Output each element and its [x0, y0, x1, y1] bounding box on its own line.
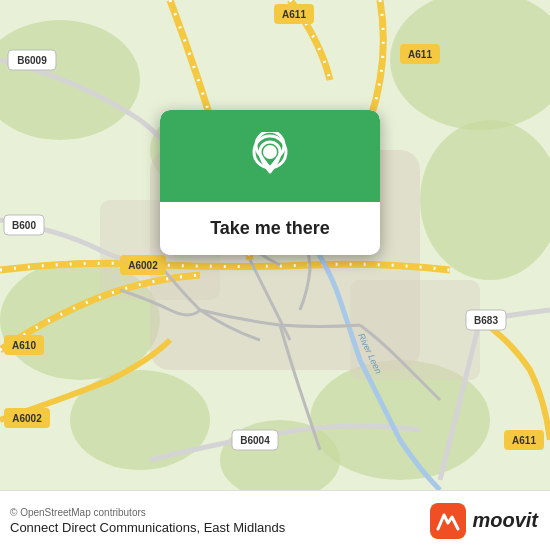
moovit-brand-icon	[430, 503, 466, 539]
svg-text:B600: B600	[12, 220, 36, 231]
footer-info: © OpenStreetMap contributors Connect Dir…	[10, 507, 285, 535]
svg-text:B683: B683	[474, 315, 498, 326]
cta-card: Take me there	[160, 110, 380, 255]
svg-text:A6002: A6002	[128, 260, 158, 271]
company-name: Connect Direct Communications, East Midl…	[10, 520, 285, 535]
svg-text:B6009: B6009	[17, 55, 47, 66]
location-pin-icon	[243, 132, 297, 186]
svg-text:A611: A611	[512, 435, 536, 446]
svg-point-37	[265, 147, 275, 157]
osm-credit: © OpenStreetMap contributors	[10, 507, 285, 518]
moovit-text: moovit	[472, 509, 538, 532]
svg-text:B6004: B6004	[240, 435, 270, 446]
take-me-there-button[interactable]: Take me there	[160, 202, 380, 255]
map-container: B6009 A611 A611 A600 B600 A6002 A610 A60…	[0, 0, 550, 490]
svg-text:A611: A611	[408, 49, 432, 60]
map-pin-area	[160, 110, 380, 202]
svg-text:A610: A610	[12, 340, 36, 351]
footer: © OpenStreetMap contributors Connect Dir…	[0, 490, 550, 550]
svg-rect-11	[350, 280, 480, 380]
moovit-logo: moovit	[430, 503, 538, 539]
svg-text:A6002: A6002	[12, 413, 42, 424]
svg-text:A611: A611	[282, 9, 306, 20]
